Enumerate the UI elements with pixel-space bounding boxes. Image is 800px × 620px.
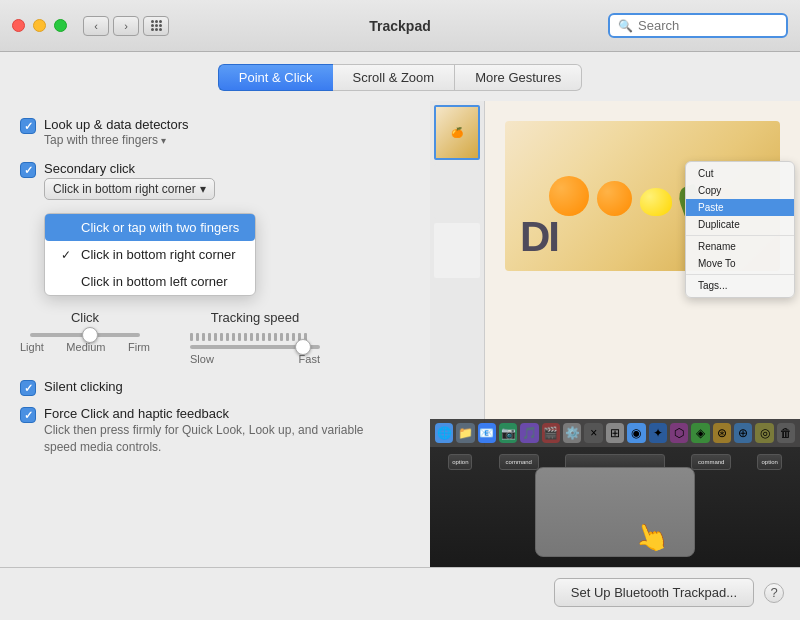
ctx-copy[interactable]: Copy — [686, 182, 794, 199]
click-label-light: Light — [20, 341, 44, 353]
fruit-orange-2 — [597, 181, 632, 216]
help-button[interactable]: ? — [764, 583, 784, 603]
brand-text: DI — [520, 213, 558, 261]
click-slider-labels: Light Medium Firm — [20, 341, 150, 353]
main-content: ✓ Look up & data detectors Tap with thre… — [0, 101, 800, 567]
dropdown-item-two-fingers[interactable]: Click or tap with two fingers — [45, 214, 255, 241]
tracking-slider-track[interactable] — [190, 345, 320, 349]
dock-icon-13: ◈ — [691, 423, 709, 443]
secondary-click-section: ✓ Secondary click Click in bottom right … — [20, 161, 410, 200]
bottom-settings: ✓ Silent clicking ✓ Force Click and hapt… — [20, 379, 410, 456]
forward-button[interactable]: › — [113, 16, 139, 36]
dock-bar: 🌐 📁 📧 📷 🎵 🎬 ⚙️ × ⊞ ◉ ✦ ⬡ ◈ ⊛ ⊕ ◎ 🗑 — [430, 419, 800, 447]
dock-icon-8: × — [584, 423, 602, 443]
dock-icon-9: ⊞ — [606, 423, 624, 443]
setup-bluetooth-button[interactable]: Set Up Bluetooth Trackpad... — [554, 578, 754, 607]
lookup-label-group: Look up & data detectors Tap with three … — [44, 117, 189, 147]
tab-point-click[interactable]: Point & Click — [218, 64, 333, 91]
dock-icon-7: ⚙️ — [563, 423, 581, 443]
ctx-duplicate[interactable]: Duplicate — [686, 216, 794, 233]
back-button[interactable]: ‹ — [83, 16, 109, 36]
secondary-click-checkbox[interactable]: ✓ — [20, 162, 36, 178]
dock-icon-4: 📷 — [499, 423, 517, 443]
search-box[interactable]: 🔍 — [608, 13, 788, 38]
thumb-3 — [434, 223, 480, 278]
force-click-row: ✓ Force Click and haptic feedback Click … — [20, 406, 410, 456]
force-click-sublabel: Click then press firmly for Quick Look, … — [44, 422, 364, 456]
tracking-slider-title: Tracking speed — [211, 310, 299, 325]
dock-icon-12: ⬡ — [670, 423, 688, 443]
dock-icon-16: ◎ — [755, 423, 773, 443]
lookup-label: Look up & data detectors — [44, 117, 189, 132]
dropdown-item-bottom-left[interactable]: Click in bottom left corner — [45, 268, 255, 295]
app-main: DI Cut Copy Paste Duplicate Rename Move … — [485, 101, 800, 447]
window-title: Trackpad — [369, 18, 430, 34]
ctx-cut[interactable]: Cut — [686, 165, 794, 182]
maximize-button[interactable] — [54, 19, 67, 32]
key-option-right: option — [757, 454, 781, 470]
trackpad-preview: 🍊 — [430, 101, 800, 567]
click-slider-group: Click Light Medium Firm — [20, 310, 150, 353]
click-slider-track[interactable] — [30, 333, 140, 337]
ctx-divider-2 — [686, 274, 794, 275]
check-icon: ✓ — [24, 383, 33, 394]
minimize-button[interactable] — [33, 19, 46, 32]
sliders-section: Click Light Medium Firm Tracking speed — [20, 310, 410, 365]
force-click-label: Force Click and haptic feedback — [44, 406, 364, 421]
chevron-down-icon[interactable]: ▾ — [161, 135, 166, 146]
keyboard-area: option command command option 👆 — [430, 447, 800, 567]
tab-more-gestures[interactable]: More Gestures — [455, 64, 582, 91]
fruit-orange — [549, 176, 589, 216]
grid-icon — [151, 20, 162, 31]
silent-clicking-text: Silent clicking — [44, 379, 123, 394]
thumb-img-3 — [434, 223, 480, 278]
preview-screen: 🍊 — [430, 101, 800, 447]
app-sidebar: 🍊 — [430, 101, 485, 447]
tracking-slider-thumb[interactable] — [295, 339, 311, 355]
dock-icon-15: ⊕ — [734, 423, 752, 443]
thumb-img-1: 🍊 — [436, 107, 478, 158]
app-content: 🍊 — [430, 101, 800, 447]
dropdown-item-bottom-right[interactable]: ✓ Click in bottom right corner — [45, 241, 255, 268]
ctx-paste[interactable]: Paste — [686, 199, 794, 216]
tab-bar: Point & Click Scroll & Zoom More Gesture… — [0, 52, 800, 101]
fruit-lemon — [640, 188, 672, 216]
tracking-label-slow: Slow — [190, 353, 214, 365]
check-mark-icon: ✓ — [61, 248, 75, 262]
silent-clicking-checkbox[interactable]: ✓ — [20, 380, 36, 396]
lookup-checkbox[interactable]: ✓ — [20, 118, 36, 134]
dock-icon-14: ⊛ — [713, 423, 731, 443]
grid-view-button[interactable] — [143, 16, 169, 36]
close-button[interactable] — [12, 19, 25, 32]
check-icon: ✓ — [24, 121, 33, 132]
context-menu: Cut Copy Paste Duplicate Rename Move To … — [685, 161, 795, 298]
trackpad-surface[interactable]: 👆 — [535, 467, 695, 557]
secondary-click-label: Secondary click — [44, 161, 215, 176]
tab-scroll-zoom[interactable]: Scroll & Zoom — [333, 64, 456, 91]
bottom-bar: Set Up Bluetooth Trackpad... ? — [0, 567, 800, 617]
ctx-move[interactable]: Move To — [686, 255, 794, 272]
click-slider-thumb[interactable] — [82, 327, 98, 343]
search-input[interactable] — [638, 18, 778, 33]
lookup-setting-row: ✓ Look up & data detectors Tap with thre… — [20, 117, 410, 147]
dropdown-item-label: Click or tap with two fingers — [81, 220, 239, 235]
key-cmd-right: command — [691, 454, 731, 470]
force-click-checkbox[interactable]: ✓ — [20, 407, 36, 423]
ctx-rename[interactable]: Rename — [686, 238, 794, 255]
click-label-medium: Medium — [66, 341, 105, 353]
key-option-left: option — [448, 454, 472, 470]
thumb-2 — [434, 164, 480, 219]
nav-buttons: ‹ › — [83, 16, 139, 36]
dock-icon-17: 🗑 — [777, 423, 795, 443]
click-slider-title: Click — [71, 310, 99, 325]
ctx-divider-1 — [686, 235, 794, 236]
secondary-click-dropdown[interactable]: Click in bottom right corner ▾ — [44, 178, 215, 200]
title-bar: ‹ › Trackpad 🔍 — [0, 0, 800, 52]
thumb-img-2 — [434, 164, 480, 219]
secondary-click-header: ✓ Secondary click Click in bottom right … — [20, 161, 410, 200]
left-panel: ✓ Look up & data detectors Tap with thre… — [0, 101, 430, 567]
dropdown-value: Click in bottom right corner — [53, 182, 196, 196]
dock-icon-3: 📧 — [478, 423, 496, 443]
ctx-tags[interactable]: Tags... — [686, 277, 794, 294]
dock-icon-6: 🎬 — [542, 423, 560, 443]
